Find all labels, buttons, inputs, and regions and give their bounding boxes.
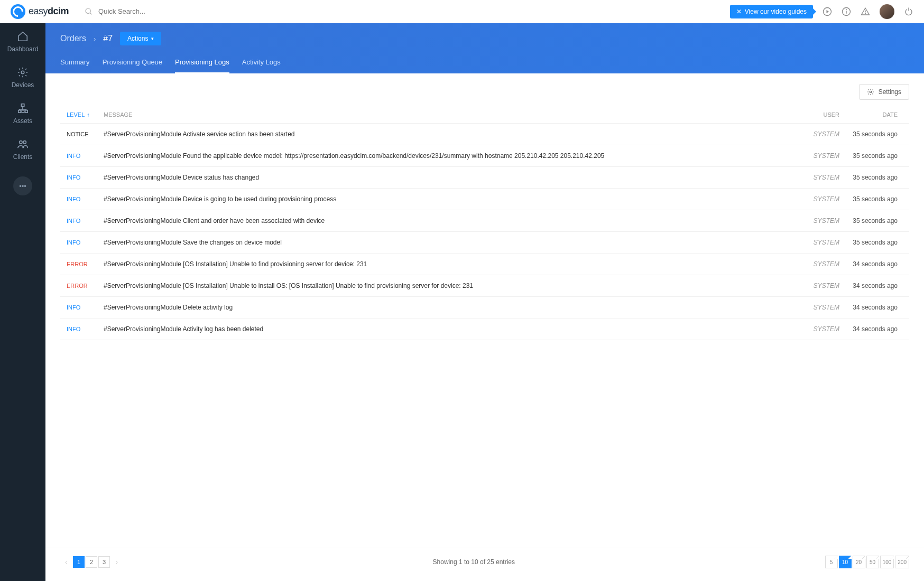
cell-date: 35 seconds ago [839,130,903,138]
table-row: INFO#ServerProvisioningModule Save the c… [60,232,909,254]
logo[interactable]: easydcim [11,4,69,19]
sidebar-item-label: Devices [12,81,34,89]
cell-message: #ServerProvisioningModule Activate servi… [104,130,797,138]
column-message[interactable]: MESSAGE [104,111,797,118]
logo-icon [11,4,25,19]
network-icon [17,102,29,114]
cell-level: INFO [67,153,104,159]
breadcrumb-orders[interactable]: Orders [60,34,86,43]
svg-point-6 [846,9,847,10]
cell-level: INFO [67,326,104,332]
svg-rect-11 [21,104,24,107]
cell-message: #ServerProvisioningModule Delete activit… [104,304,797,311]
log-table: LEVEL ↑ MESSAGE USER DATE NOTICE#ServerP… [60,106,909,537]
column-user[interactable]: USER [797,111,839,118]
cell-user: SYSTEM [797,260,839,268]
sidebar-more-button[interactable]: ••• [13,176,32,195]
page-next-button[interactable]: › [111,556,123,568]
svg-point-17 [870,91,872,93]
cell-user: SYSTEM [797,174,839,181]
page-size-20[interactable]: 20 [853,556,865,568]
tab-activity-logs[interactable]: Activity Logs [242,52,281,73]
cell-date: 35 seconds ago [839,174,903,181]
cell-date: 35 seconds ago [839,152,903,160]
table-row: INFO#ServerProvisioningModule Delete act… [60,297,909,318]
chevron-right-icon: › [94,35,96,43]
topbar: easydcim ✕ View our video guides [0,0,924,23]
table-row: INFO#ServerProvisioningModule Client and… [60,210,909,232]
cell-level: ERROR [67,261,104,267]
video-guides-label: View our video guides [745,8,807,15]
page-size-10[interactable]: 10 [839,556,852,568]
home-icon [17,31,29,42]
cell-user: SYSTEM [797,195,839,203]
cell-message: #ServerProvisioningModule Client and ord… [104,217,797,224]
search-wrap [85,7,730,16]
topbar-right: ✕ View our video guides [730,4,913,19]
page-button-2[interactable]: 2 [86,556,97,568]
play-icon[interactable] [823,7,832,16]
cell-date: 35 seconds ago [839,239,903,246]
page-size-5[interactable]: 5 [825,556,838,568]
page-size-50[interactable]: 50 [866,556,879,568]
info-icon[interactable] [842,7,851,16]
cell-date: 35 seconds ago [839,217,903,224]
logo-text: easydcim [29,6,69,17]
users-icon [17,138,29,150]
power-icon[interactable] [904,7,913,16]
cell-user: SYSTEM [797,282,839,289]
page-button-3[interactable]: 3 [98,556,110,568]
sidebar-item-clients[interactable]: Clients [13,136,33,163]
table-footer: ‹ 123 › Showing 1 to 10 of 25 entries 51… [45,548,924,581]
column-level[interactable]: LEVEL ↑ [67,111,104,118]
breadcrumb: Orders › #7 Actions ▾ [45,23,924,52]
sort-up-icon: ↑ [87,111,90,118]
sidebar-item-devices[interactable]: Devices [12,64,34,91]
actions-button[interactable]: Actions ▾ [120,32,161,45]
alert-icon[interactable] [861,7,870,16]
column-date[interactable]: DATE [839,111,903,118]
cell-level: ERROR [67,283,104,289]
page-size-200[interactable]: 200 [895,556,909,568]
cell-level: INFO [67,304,104,311]
cell-date: 35 seconds ago [839,195,903,203]
tab-summary[interactable]: Summary [60,52,90,73]
sidebar-item-label: Dashboard [7,45,39,53]
cell-message: #ServerProvisioningModule [OS Installati… [104,282,797,289]
caret-down-icon: ▾ [151,36,154,41]
cell-message: #ServerProvisioningModule [OS Installati… [104,260,797,268]
actions-label: Actions [127,35,148,42]
cell-level: INFO [67,239,104,246]
gear-icon [867,88,874,96]
tab-provisioning-logs[interactable]: Provisioning Logs [175,52,229,73]
page-button-1[interactable]: 1 [73,556,85,568]
cell-user: SYSTEM [797,152,839,160]
search-input[interactable] [98,7,204,15]
table-row: INFO#ServerProvisioningModule Device is … [60,189,909,210]
cell-level: INFO [67,174,104,181]
page-prev-button[interactable]: ‹ [60,556,72,568]
sidebar-item-dashboard[interactable]: Dashboard [7,29,39,55]
page-size-100[interactable]: 100 [880,556,894,568]
table-row: NOTICE#ServerProvisioningModule Activate… [60,124,909,145]
breadcrumb-current: #7 [103,34,113,43]
video-guides-button[interactable]: ✕ View our video guides [730,5,813,18]
table-row: INFO#ServerProvisioningModule Device sta… [60,167,909,189]
table-row: ERROR#ServerProvisioningModule [OS Insta… [60,254,909,275]
svg-point-0 [86,8,90,13]
avatar[interactable] [880,4,894,19]
close-icon: ✕ [736,8,742,15]
cell-date: 34 seconds ago [839,282,903,289]
tab-provisioning-queue[interactable]: Provisioning Queue [103,52,162,73]
settings-button[interactable]: Settings [859,84,909,100]
sidebar-item-label: Clients [13,153,33,161]
sidebar-item-assets[interactable]: Assets [13,100,32,127]
svg-marker-3 [827,10,829,13]
search-icon [85,7,93,16]
cell-level: NOTICE [67,131,104,137]
cell-user: SYSTEM [797,239,839,246]
svg-rect-14 [25,110,28,113]
table-row: ERROR#ServerProvisioningModule [OS Insta… [60,275,909,297]
table-row: INFO#ServerProvisioningModule Activity l… [60,318,909,340]
cell-user: SYSTEM [797,325,839,333]
